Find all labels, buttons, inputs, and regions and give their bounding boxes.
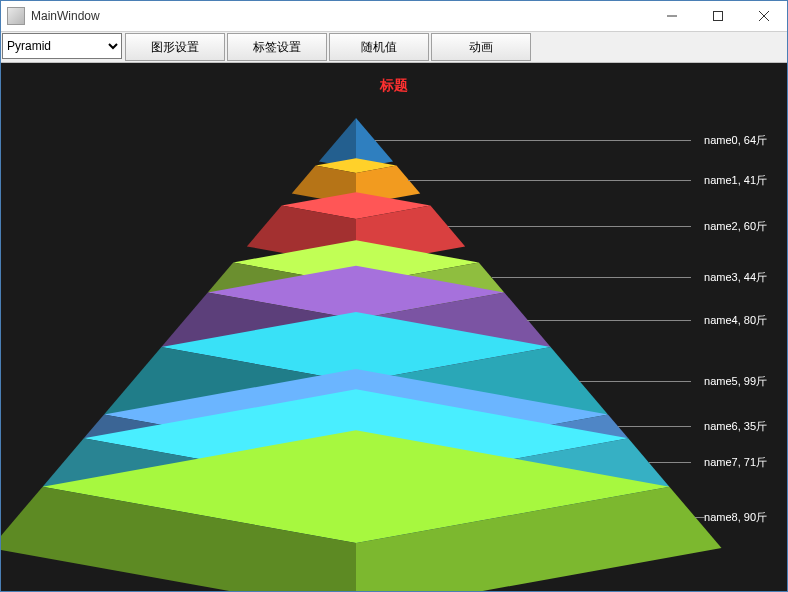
leader-line <box>527 320 691 321</box>
minimize-button[interactable] <box>649 1 695 31</box>
leader-line <box>649 462 691 463</box>
chart-label: name7, 71斤 <box>704 455 767 470</box>
close-button[interactable] <box>741 1 787 31</box>
chart-label: name6, 35斤 <box>704 419 767 434</box>
leader-line <box>448 226 691 227</box>
leader-line <box>695 517 705 518</box>
animation-button[interactable]: 动画 <box>431 33 531 61</box>
chart-label: name3, 44斤 <box>704 270 767 285</box>
window-title: MainWindow <box>31 9 649 23</box>
label-settings-button[interactable]: 标签设置 <box>227 33 327 61</box>
chart-label: name5, 99斤 <box>704 374 767 389</box>
chart-label: name8, 90斤 <box>704 510 767 525</box>
leader-line <box>492 277 691 278</box>
toolbar: Pyramid 图形设置 标签设置 随机值 动画 <box>1 32 787 63</box>
svg-rect-0 <box>714 12 723 21</box>
chart-area: 标题 name0, 64斤name1, 41斤name2, 60斤name3, … <box>1 63 787 591</box>
pyramid-chart <box>1 63 787 591</box>
maximize-icon <box>713 11 723 21</box>
leader-line <box>579 381 691 382</box>
chart-label: name0, 64斤 <box>704 133 767 148</box>
leader-line <box>375 140 691 141</box>
maximize-button[interactable] <box>695 1 741 31</box>
chart-label: name1, 41斤 <box>704 173 767 188</box>
random-values-button[interactable]: 随机值 <box>329 33 429 61</box>
app-icon <box>7 7 25 25</box>
chart-label: name4, 80斤 <box>704 313 767 328</box>
shape-settings-button[interactable]: 图形设置 <box>125 33 225 61</box>
main-window: MainWindow Pyramid 图形设置 标签设置 随机值 动画 标题 n… <box>0 0 788 592</box>
leader-line <box>408 180 691 181</box>
chart-label: name2, 60斤 <box>704 219 767 234</box>
minimize-icon <box>667 11 677 21</box>
leader-line <box>618 426 691 427</box>
titlebar: MainWindow <box>1 1 787 32</box>
chart-type-select[interactable]: Pyramid <box>2 33 122 59</box>
close-icon <box>759 11 769 21</box>
